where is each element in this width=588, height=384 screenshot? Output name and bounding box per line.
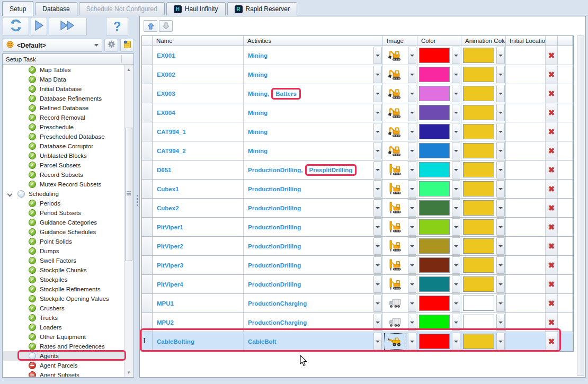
initial-location-cell[interactable] (506, 218, 546, 236)
tree-item-map-tables[interactable]: Map Tables (3, 65, 124, 75)
delete-button[interactable]: ✖ (546, 141, 558, 160)
animation-color-cell[interactable] (461, 103, 506, 122)
initial-location-cell[interactable] (506, 237, 546, 255)
animation-color-dropdown-button[interactable] (496, 161, 505, 178)
image-cell[interactable] (383, 103, 417, 122)
name-cell[interactable]: CAT994_2 (153, 141, 244, 160)
activities-cell[interactable]: CableBolt (244, 332, 383, 351)
refresh-button[interactable] (3, 17, 29, 36)
color-dropdown-button[interactable] (452, 333, 460, 350)
name-cell[interactable]: Cubex2 (153, 199, 244, 217)
image-cell[interactable] (383, 218, 417, 236)
column-header-name[interactable]: Name (153, 36, 244, 46)
grid-row-ex004[interactable]: EX004Mining✖ (142, 103, 573, 122)
grid-row-d651[interactable]: D651ProductionDrilling,PresplitDrilling✖ (142, 160, 573, 180)
grid-row-ex002[interactable]: EX002Mining✖ (142, 65, 573, 84)
name-cell[interactable]: Cubex1 (153, 180, 244, 198)
initial-location-cell[interactable] (506, 160, 546, 179)
image-cell[interactable] (383, 84, 417, 103)
tree-item-agents[interactable]: Agents (3, 351, 124, 361)
initial-location-cell[interactable] (506, 65, 546, 84)
image-cell[interactable] (383, 199, 417, 217)
color-dropdown-button[interactable] (452, 161, 460, 178)
run-button[interactable] (31, 17, 47, 36)
tree-item-stockpiles[interactable]: Stockpiles (3, 275, 124, 284)
animation-color-cell[interactable] (461, 160, 506, 179)
tree-item-unblasted-blocks[interactable]: Unblasted Blocks (3, 151, 124, 160)
delete-button[interactable]: ✖ (546, 218, 558, 236)
grid-scrollbar[interactable] (577, 35, 584, 376)
tree-item-stockpile-opening-values[interactable]: Stockpile Opening Values (3, 294, 124, 303)
scenario-dropdown[interactable]: <Default> (3, 39, 102, 52)
column-header-blank[interactable] (546, 36, 558, 46)
settings-button[interactable] (104, 39, 118, 52)
color-dropdown-button[interactable] (452, 104, 460, 121)
initial-location-cell[interactable] (506, 46, 546, 65)
delete-button[interactable]: ✖ (546, 122, 558, 141)
image-cell[interactable] (383, 256, 417, 274)
tree-item-record-removal[interactable]: Record Removal (3, 113, 124, 122)
color-dropdown-button[interactable] (452, 85, 460, 102)
move-down-button[interactable] (159, 20, 173, 32)
activities-dropdown-button[interactable] (373, 161, 382, 178)
grid-row-cubex2[interactable]: Cubex2ProductionDrilling✖ (142, 199, 573, 218)
delete-button[interactable]: ✖ (546, 84, 558, 103)
tree-item-record-subsets[interactable]: Record Subsets (3, 170, 124, 180)
color-cell[interactable] (417, 84, 461, 103)
name-cell[interactable]: CAT994_1 (153, 122, 244, 141)
color-dropdown-button[interactable] (452, 256, 460, 274)
activities-cell[interactable]: Mining (244, 103, 383, 122)
activities-dropdown-button[interactable] (373, 104, 382, 121)
grid-row-cablebolting[interactable]: CableBoltingCableBolt✖ (142, 332, 573, 351)
initial-location-cell[interactable] (506, 332, 546, 351)
help-button[interactable]: ? (106, 17, 128, 36)
column-header-color[interactable]: Color (417, 36, 461, 46)
initial-location-cell[interactable] (506, 141, 546, 160)
animation-color-dropdown-button[interactable] (496, 256, 505, 274)
scroll-up-icon[interactable]: ▲ (124, 65, 133, 74)
tree-item-trucks[interactable]: Trucks (3, 313, 124, 323)
grid-row-mpu1[interactable]: MPU1ProductionCharging✖ (142, 294, 573, 313)
notes-button[interactable] (120, 39, 134, 52)
tree-item-scheduling[interactable]: Scheduling (3, 189, 124, 199)
name-cell[interactable]: EX001 (153, 46, 244, 65)
tree-item-period-subsets[interactable]: Period Subsets (3, 208, 124, 218)
tree-scrollbar-thumb[interactable] (125, 128, 132, 261)
tab-haul-infinity[interactable]: HHaul Infinity (166, 2, 226, 15)
image-dropdown-button[interactable] (408, 333, 416, 350)
color-cell[interactable] (417, 141, 461, 160)
column-header-image[interactable]: Image (383, 36, 417, 46)
tree-item-initial-database[interactable]: Initial Database (3, 84, 124, 94)
image-cell[interactable] (383, 332, 417, 351)
activities-cell[interactable]: ProductionDrilling (244, 218, 383, 236)
tree-item-rates-and-precedences[interactable]: Rates and Precedences (3, 342, 124, 351)
image-cell[interactable] (383, 275, 417, 293)
grid-row-mpu2[interactable]: MPU2ProductionCharging✖ (142, 313, 573, 332)
activities-dropdown-button[interactable] (373, 237, 382, 255)
initial-location-cell[interactable] (506, 275, 546, 293)
animation-color-dropdown-button[interactable] (496, 85, 505, 102)
color-dropdown-button[interactable] (452, 123, 460, 140)
image-dropdown-button[interactable] (408, 47, 416, 64)
image-dropdown-button[interactable] (408, 218, 416, 236)
color-cell[interactable] (417, 199, 461, 217)
initial-location-cell[interactable] (506, 84, 546, 103)
color-dropdown-button[interactable] (452, 47, 460, 64)
delete-button[interactable]: ✖ (546, 313, 558, 332)
image-dropdown-button[interactable] (408, 142, 416, 159)
color-cell[interactable] (417, 122, 461, 141)
name-cell[interactable]: MPU2 (153, 313, 244, 332)
activities-dropdown-button[interactable] (373, 218, 382, 236)
tree-item-crushers[interactable]: Crushers (3, 303, 124, 313)
image-dropdown-button[interactable] (408, 104, 416, 121)
tab-database[interactable]: Database (35, 2, 77, 15)
grid-row-pitviper3[interactable]: PitViper3ProductionDrilling✖ (142, 256, 573, 275)
activities-dropdown-button[interactable] (373, 256, 382, 274)
grid-row-ex001[interactable]: EX001Mining✖ (142, 46, 573, 65)
column-header-blank[interactable] (142, 36, 153, 46)
activities-dropdown-button[interactable] (373, 314, 382, 331)
name-cell[interactable]: PitViper2 (153, 237, 244, 255)
image-cell[interactable] (383, 160, 417, 179)
delete-button[interactable]: ✖ (546, 332, 558, 351)
scroll-down-icon[interactable]: ▼ (124, 368, 133, 377)
